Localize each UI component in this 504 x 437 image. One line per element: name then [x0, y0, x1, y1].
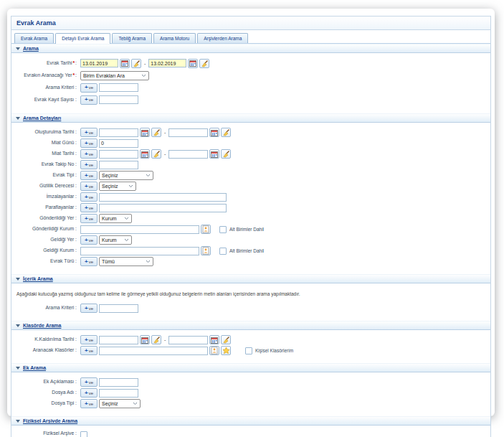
clear-field-broom-icon[interactable]	[151, 335, 161, 344]
section-ek-arama-header[interactable]: Ek Arama	[11, 363, 490, 372]
gonderildigi-kurum-input[interactable]	[80, 225, 199, 234]
add-and-criteria-button[interactable]: +ve	[80, 138, 98, 148]
clear-field-broom-icon[interactable]	[221, 149, 231, 159]
ek-aciklamasi-input[interactable]	[99, 378, 138, 387]
imzalayanlar-input[interactable]	[99, 193, 227, 202]
field-row-gizlilik-derecesi: Gizlilik Derecesi : +ve Seçiniz	[11, 182, 490, 191]
section-title: Arama	[23, 46, 39, 51]
dosya-tipi-select[interactable]: Seçiniz	[99, 399, 141, 408]
calendar-icon[interactable]	[140, 149, 150, 159]
evrak-tarihi-to-input[interactable]	[148, 59, 186, 67]
add-and-criteria-button[interactable]: +ve	[80, 95, 98, 105]
add-and-criteria-button[interactable]: +ve	[80, 203, 98, 212]
section-klasorde-arama-header[interactable]: Klasörde Arama	[11, 321, 490, 330]
page-title: Evrak Arama	[11, 17, 490, 30]
miat-tarihi-to-input[interactable]	[168, 150, 208, 159]
evrak-takip-no-input[interactable]	[99, 161, 138, 169]
add-and-criteria-button[interactable]: +ve	[80, 304, 98, 313]
olusturulma-tarihi-from-input[interactable]	[99, 128, 138, 137]
field-row-geldigi-yer: Geldiği Yer : +ve Kurum	[11, 235, 490, 245]
calendar-icon[interactable]	[209, 128, 219, 137]
icerik-arama-kriteri-input[interactable]	[99, 304, 138, 313]
tab-teblig-arama[interactable]: Tebliğ Arama	[112, 33, 152, 43]
calendar-icon[interactable]	[188, 59, 198, 68]
clear-field-broom-icon[interactable]	[221, 335, 231, 344]
section-arama-detaylari-header[interactable]: Arama Detayları	[11, 113, 490, 123]
clear-field-broom-icon[interactable]	[199, 59, 209, 68]
olusturulma-tarihi-to-input[interactable]	[168, 128, 208, 137]
chevron-down-icon	[146, 259, 151, 264]
add-and-criteria-button[interactable]: +ve	[80, 192, 98, 202]
section-icerik-arama-header[interactable]: İçerik Arama	[11, 274, 490, 283]
add-and-criteria-button[interactable]: +ve	[80, 171, 98, 180]
section-title: Klasörde Arama	[23, 323, 61, 328]
add-and-criteria-button[interactable]: +ve	[80, 214, 98, 223]
arama-kriteri-input[interactable]	[99, 83, 138, 92]
section-fiziksel-arsivde-arama-header[interactable]: Fiziksel Arşivde Arama	[11, 416, 490, 426]
add-and-criteria-button[interactable]: +ve	[80, 128, 98, 137]
calendar-icon[interactable]	[120, 59, 130, 68]
add-and-criteria-button[interactable]: +ve	[80, 149, 98, 159]
calendar-icon[interactable]	[209, 335, 219, 344]
field-row-dosya-adi: Dosya Adı : +ve	[11, 388, 490, 398]
gizlilik-derecesi-select[interactable]: Seçiniz	[99, 182, 136, 191]
evrak-turu-select[interactable]: Tümü	[99, 257, 153, 266]
collapse-icon	[16, 367, 20, 370]
kaldirilma-tarihi-to-input[interactable]	[168, 336, 208, 344]
geldigi-yer-select[interactable]: Kurum	[99, 235, 132, 245]
field-row-imzalayanlar: İmzalayanlar : +ve	[11, 192, 490, 202]
field-row-evrak-tipi: Evrak Tipi : +ve Seçiniz	[11, 171, 490, 180]
field-label: Evrak Tarihi*:	[11, 60, 79, 66]
gonderildigi-yer-select[interactable]: Kurum	[99, 214, 132, 223]
dosya-adi-input[interactable]	[99, 389, 138, 398]
add-and-criteria-button[interactable]: +ve	[80, 399, 98, 408]
alt-birimler-dahil-checkbox[interactable]	[219, 226, 227, 233]
calendar-icon[interactable]	[209, 149, 219, 159]
evrak-kayit-sayisi-input[interactable]	[99, 95, 138, 104]
clear-field-broom-icon[interactable]	[131, 59, 141, 68]
tab-evrak-arama[interactable]: Evrak Arama	[14, 33, 54, 43]
clear-field-broom-icon[interactable]	[221, 128, 231, 137]
field-row-kaldirilma-tarihi: K.Kaldırılma Tarihi : +ve -	[11, 335, 490, 344]
field-label: İmzalayanlar :	[11, 194, 79, 199]
add-and-criteria-button[interactable]: +ve	[80, 346, 98, 355]
add-and-criteria-button[interactable]: +ve	[80, 160, 98, 169]
evrak-tarihi-from-input[interactable]	[80, 59, 118, 67]
add-and-criteria-button[interactable]: +ve	[80, 388, 98, 398]
kaldirilma-tarihi-from-input[interactable]	[99, 336, 138, 344]
add-and-criteria-button[interactable]: +ve	[80, 235, 98, 245]
paraflayanlar-input[interactable]	[99, 204, 227, 212]
add-and-criteria-button[interactable]: +ve	[80, 257, 98, 266]
field-row-evrak-takip-no: Evrak Takip No : +ve	[11, 160, 490, 169]
miat-gunu-input[interactable]	[99, 139, 138, 148]
klasor-picker-icon[interactable]	[209, 346, 219, 355]
clear-field-broom-icon[interactable]	[151, 128, 161, 137]
tab-arama-motoru[interactable]: Arama Motoru	[153, 33, 196, 43]
geldigi-kurum-input[interactable]	[80, 247, 199, 255]
field-row-miat-tarihi: Miat Tarihi : +ve -	[11, 149, 490, 159]
aranacak-klasorler-input[interactable]	[99, 347, 208, 355]
kurum-picker-icon[interactable]	[201, 225, 211, 234]
kurum-picker-icon[interactable]	[201, 246, 211, 255]
field-label: Miat Günü :	[11, 140, 79, 146]
fiziksel-arsive-checkbox[interactable]	[80, 431, 87, 437]
add-and-criteria-button[interactable]: +ve	[80, 335, 98, 344]
aranacak-yer-select[interactable]: Birim Evrakları Ara	[80, 71, 149, 80]
tab-arsivlerden-arama[interactable]: Arşivlerden Arama	[197, 33, 248, 43]
miat-tarihi-from-input[interactable]	[99, 150, 138, 159]
calendar-icon[interactable]	[140, 335, 150, 344]
calendar-icon[interactable]	[140, 128, 150, 137]
add-and-criteria-button[interactable]: +ve	[80, 377, 98, 387]
tab-detayli-evrak-arama[interactable]: Detaylı Evrak Arama	[55, 33, 110, 44]
section-arama-header[interactable]: Arama	[11, 44, 490, 53]
clear-field-broom-icon[interactable]	[151, 149, 161, 159]
field-label: Aranacak Klasörler :	[11, 347, 79, 353]
add-and-criteria-button[interactable]: +ve	[80, 83, 98, 93]
section-title: Ek Arama	[23, 365, 46, 370]
evrak-tipi-select[interactable]: Seçiniz	[99, 171, 153, 180]
favorite-folders-star-icon[interactable]	[221, 346, 231, 355]
alt-birimler-dahil-checkbox[interactable]	[219, 248, 227, 255]
kisisel-klasorlerim-checkbox[interactable]	[245, 347, 252, 354]
add-and-criteria-button[interactable]: +ve	[80, 182, 98, 191]
checkbox-label: Alt Birimler Dahil	[229, 227, 264, 232]
